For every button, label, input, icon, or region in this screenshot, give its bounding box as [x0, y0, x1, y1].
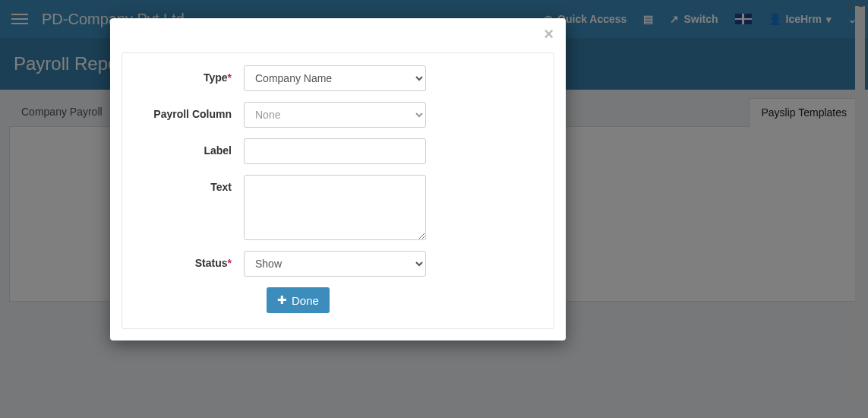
modal-dialog: × Type* Company Name Payroll Column None…: [110, 18, 566, 340]
status-label: Status*: [137, 251, 244, 275]
text-label: Text: [137, 175, 244, 199]
done-label: Done: [292, 294, 319, 307]
label-input[interactable]: [244, 138, 426, 164]
close-icon[interactable]: ×: [544, 26, 554, 43]
plus-icon: ✚: [277, 293, 287, 307]
payroll-column-label: Payroll Column: [137, 102, 244, 126]
label-label: Label: [137, 138, 244, 163]
type-select[interactable]: Company Name: [244, 65, 426, 91]
status-select[interactable]: Show: [244, 251, 426, 277]
done-button[interactable]: ✚ Done: [267, 287, 330, 313]
text-textarea[interactable]: [244, 175, 426, 240]
type-label: Type*: [137, 65, 244, 90]
payroll-column-select[interactable]: None: [244, 102, 426, 128]
modal-body: Type* Company Name Payroll Column None L…: [122, 52, 554, 329]
